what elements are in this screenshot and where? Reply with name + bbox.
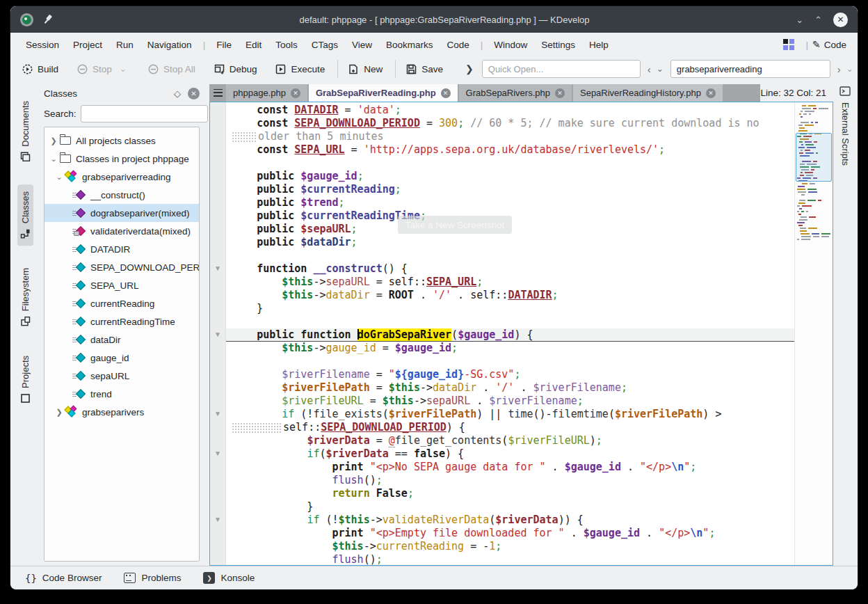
tree-item--construct-[interactable]: __construct() [45,186,199,204]
titlebar[interactable]: default: phppage - [ phppage:GrabSepaRiv… [10,6,858,33]
tree-item-sepa-download-period[interactable]: SEPA_DOWNLOAD_PERIOD [45,258,199,276]
debug-button[interactable]: Debug [214,63,257,74]
code-line[interactable]: if (!file_exists($riverFilePath) || time… [226,408,833,421]
tree-item-sepaurl[interactable]: sepaURL [45,367,199,385]
menu-item-ctags[interactable]: CTags [305,40,345,50]
code-line[interactable]: older than 5 minutes [226,130,833,143]
toolbar-overflow-chevron-icon[interactable]: ❯ [465,63,474,74]
tree-item-datadir[interactable]: DATADIR [45,240,199,258]
tree-item-gauge-id[interactable]: gauge_id [45,349,199,367]
nav-dropdown-chevron-icon[interactable]: ⌄ [657,64,664,74]
code-line[interactable] [226,315,833,328]
menu-item-window[interactable]: Window [487,40,534,50]
classes-search-input[interactable] [81,105,208,122]
expander-collapsed-icon[interactable]: ❯ [49,136,58,145]
code-line[interactable]: public function doGrabSepaRiver($gauge_i… [226,328,833,342]
area-switcher-icon[interactable] [783,39,794,50]
code-line[interactable]: $riverFilePath = $this->dataDir . '/' . … [226,381,833,395]
menu-item-help[interactable]: Help [582,40,616,50]
code-line[interactable]: return False; [226,487,833,500]
fold-marker-icon[interactable]: ▼ [213,264,223,272]
menu-item-edit[interactable]: Edit [239,40,268,50]
code-line[interactable]: function __construct() { [226,262,833,276]
pin-icon[interactable] [41,13,55,26]
expander-collapsed-icon[interactable]: ❯ [54,408,64,417]
code-line[interactable]: if (!$this->validateRiverData($riverData… [226,514,833,527]
right-dock-tab-external-scripts[interactable]: External Scripts [840,102,851,166]
build-button[interactable]: Build [22,63,58,74]
sidebar-tab-filesystem[interactable]: Filesystem [17,261,33,333]
tab-close-icon[interactable]: ✕ [555,88,565,98]
tree-item-grabseparivers[interactable]: ❯grabseparivers [45,403,199,421]
tree-item-sepa-url[interactable]: SEPA_URL [45,276,199,294]
document-list-icon[interactable] [209,84,226,102]
quick-open-input[interactable] [482,60,641,78]
tree-item-dograbsepariver-mixed-[interactable]: dograbsepariver(mixed) [45,204,199,222]
tab-close-icon[interactable]: ✕ [291,88,300,98]
editor-icon-border[interactable]: ▼▼▼▼▼ [210,102,226,565]
code-line[interactable] [226,355,833,368]
code-line[interactable]: } [226,500,833,514]
statusbar-item-code-browser[interactable]: {}Code Browser [25,573,102,584]
fold-marker-icon[interactable]: ▼ [213,410,223,418]
close-panel-icon[interactable]: ✕ [188,88,200,100]
editor-tab-phppage.php[interactable]: phppage.php✕ [226,84,307,102]
tab-close-icon[interactable]: ✕ [706,88,716,98]
search-options-chevron-icon[interactable]: ⌄ [846,64,853,74]
tree-item-grabsepariverreading[interactable]: ⌄grabsepariverreading [45,168,199,186]
tree-item-classes-in-project-phppage[interactable]: ⌄Classes in project phppage [45,150,199,168]
menu-item-settings[interactable]: Settings [534,40,582,50]
code-line[interactable]: public $currentReadingTime; [226,209,833,223]
code-line[interactable]: public $sepaURL; [226,223,833,236]
editor-tab-separiverreadinghistory.php[interactable]: SepaRiverReadingHistory.php✕ [573,84,723,102]
menu-item-bookmarks[interactable]: Bookmarks [379,40,440,50]
menu-item-code[interactable]: Code [440,40,476,50]
fold-marker-icon[interactable]: ▼ [213,516,223,523]
nav-back-chevron-icon[interactable]: ‹ [648,63,651,75]
code-line[interactable]: public $gauge_id; [226,170,833,183]
code-line[interactable]: public $dataDir; [226,236,833,249]
tree-item-currentreadingtime[interactable]: currentReadingTime [45,312,199,331]
minimize-button[interactable]: ⌄ [796,15,803,24]
code-line[interactable] [226,157,833,170]
code-line[interactable]: public $trend; [226,196,833,209]
statusbar-item-problems[interactable]: Problems [124,573,181,583]
menu-item-navigation[interactable]: Navigation [140,40,199,50]
code-line[interactable] [226,249,833,262]
code-line[interactable]: $this->currentReading = -1; [226,540,833,553]
sidebar-tab-classes[interactable]: Classes [17,184,33,246]
code-area[interactable]: const DATADIR = 'data'; const SEPA_DOWNL… [226,104,833,565]
code-line[interactable]: print "<p>No SEPA gauge data for " . $ga… [226,461,833,474]
tree-item-trend[interactable]: trend [45,385,199,403]
new-button[interactable]: New [348,63,383,74]
maximize-button[interactable]: ⌃ [814,15,822,24]
editor-search-input[interactable] [670,60,830,78]
fold-marker-icon[interactable]: ▼ [213,450,223,457]
menu-item-project[interactable]: Project [66,40,109,50]
code-line[interactable]: flush(); [226,553,833,566]
code-line[interactable]: const DATADIR = 'data'; [226,104,833,117]
code-line[interactable]: $riverFilename = "${gauge_id}-SG.csv"; [226,368,833,381]
code-line[interactable]: } [226,302,833,315]
statusbar-item-konsole[interactable]: ❯Konsole [203,572,255,584]
menu-item-view[interactable]: View [345,40,379,50]
tab-close-icon[interactable]: ✕ [441,88,451,98]
detach-panel-icon[interactable]: ◇ [174,88,181,99]
code-line[interactable]: $riverFileURL = $this->sepaURL . $riverF… [226,395,833,408]
code-line[interactable]: flush(); [226,474,833,487]
editor-tab-grabsepariverreading.php[interactable]: GrabSepaRiverReading.php✕ [309,84,458,102]
menu-item-session[interactable]: Session [19,40,66,50]
minimap-viewport[interactable] [796,133,832,182]
menu-item-file[interactable]: File [209,40,239,50]
area-code-button[interactable]: Code [824,40,849,50]
fold-marker-icon[interactable]: ▼ [213,331,223,338]
search-next-chevron-icon[interactable]: › [837,63,841,75]
execute-button[interactable]: Execute [275,63,325,74]
code-line[interactable]: $this->dataDir = ROOT . '/' . self::DATA… [226,289,833,302]
sidebar-tab-documents[interactable]: Documents [17,94,33,169]
expander-expanded-icon[interactable]: ⌄ [54,173,64,182]
dropdown-chevron-icon[interactable]: ⌄ [120,64,127,74]
code-line[interactable]: public $currentReading; [226,183,833,196]
minimap-scrollbar[interactable] [794,102,833,565]
tree-item-datadir[interactable]: dataDir [45,331,199,349]
